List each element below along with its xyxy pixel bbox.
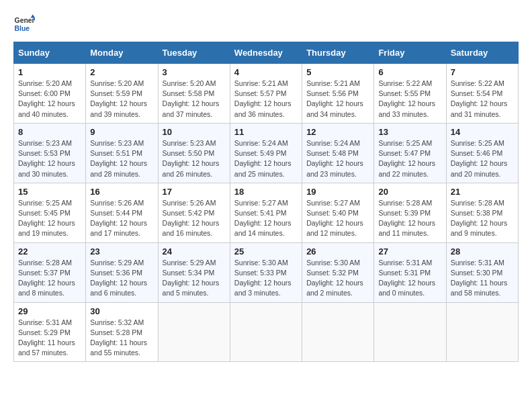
day-cell-26: 26Sunrise: 5:30 AM Sunset: 5:32 PM Dayli… [302, 242, 374, 302]
day-number: 28 [451, 246, 514, 257]
day-cell-13: 13Sunrise: 5:25 AM Sunset: 5:47 PM Dayli… [374, 123, 446, 183]
day-number: 2 [90, 67, 153, 77]
page-header: General Blue [13, 13, 519, 35]
day-number: 8 [18, 127, 81, 137]
day-number: 11 [234, 127, 298, 137]
day-cell-25: 25Sunrise: 5:30 AM Sunset: 5:33 PM Dayli… [230, 242, 302, 302]
day-cell-7: 7Sunrise: 5:22 AM Sunset: 5:54 PM Daylig… [446, 64, 518, 124]
day-cell-14: 14Sunrise: 5:25 AM Sunset: 5:46 PM Dayli… [446, 123, 518, 183]
day-number: 12 [306, 127, 369, 137]
svg-text:General: General [15, 17, 35, 24]
day-number: 13 [378, 127, 441, 137]
empty-cell [302, 302, 374, 362]
empty-cell [374, 302, 446, 362]
day-number: 1 [18, 67, 81, 77]
calendar-row: 29Sunrise: 5:31 AM Sunset: 5:29 PM Dayli… [14, 302, 519, 362]
day-info: Sunrise: 5:20 AM Sunset: 5:59 PM Dayligh… [90, 79, 153, 120]
column-header-sunday: Sunday [14, 42, 86, 64]
empty-cell [158, 302, 230, 362]
day-info: Sunrise: 5:29 AM Sunset: 5:34 PM Dayligh… [163, 258, 226, 299]
day-info: Sunrise: 5:24 AM Sunset: 5:48 PM Dayligh… [306, 138, 369, 179]
day-cell-2: 2Sunrise: 5:20 AM Sunset: 5:59 PM Daylig… [86, 64, 158, 124]
day-info: Sunrise: 5:28 AM Sunset: 5:37 PM Dayligh… [18, 258, 81, 299]
day-cell-15: 15Sunrise: 5:25 AM Sunset: 5:45 PM Dayli… [14, 183, 86, 242]
calendar-row: 8Sunrise: 5:23 AM Sunset: 5:53 PM Daylig… [14, 123, 519, 183]
day-number: 10 [163, 127, 226, 137]
day-cell-29: 29Sunrise: 5:31 AM Sunset: 5:29 PM Dayli… [14, 302, 86, 362]
day-info: Sunrise: 5:31 AM Sunset: 5:30 PM Dayligh… [451, 258, 514, 299]
day-cell-5: 5Sunrise: 5:21 AM Sunset: 5:56 PM Daylig… [302, 64, 374, 124]
day-number: 23 [90, 246, 153, 257]
day-info: Sunrise: 5:22 AM Sunset: 5:54 PM Dayligh… [451, 79, 514, 120]
day-number: 9 [90, 127, 153, 137]
day-info: Sunrise: 5:26 AM Sunset: 5:44 PM Dayligh… [90, 198, 153, 239]
day-info: Sunrise: 5:31 AM Sunset: 5:31 PM Dayligh… [378, 258, 441, 299]
day-info: Sunrise: 5:27 AM Sunset: 5:41 PM Dayligh… [234, 198, 298, 239]
day-info: Sunrise: 5:25 AM Sunset: 5:45 PM Dayligh… [18, 198, 81, 239]
day-info: Sunrise: 5:21 AM Sunset: 5:56 PM Dayligh… [306, 79, 369, 120]
day-info: Sunrise: 5:30 AM Sunset: 5:32 PM Dayligh… [306, 258, 369, 299]
day-cell-16: 16Sunrise: 5:26 AM Sunset: 5:44 PM Dayli… [86, 183, 158, 242]
column-header-thursday: Thursday [302, 42, 374, 64]
day-info: Sunrise: 5:20 AM Sunset: 5:58 PM Dayligh… [163, 79, 226, 120]
day-cell-3: 3Sunrise: 5:20 AM Sunset: 5:58 PM Daylig… [158, 64, 230, 124]
day-cell-18: 18Sunrise: 5:27 AM Sunset: 5:41 PM Dayli… [230, 183, 302, 242]
day-number: 27 [378, 246, 441, 257]
day-cell-8: 8Sunrise: 5:23 AM Sunset: 5:53 PM Daylig… [14, 123, 86, 183]
day-cell-12: 12Sunrise: 5:24 AM Sunset: 5:48 PM Dayli… [302, 123, 374, 183]
day-number: 3 [163, 67, 226, 77]
day-cell-20: 20Sunrise: 5:28 AM Sunset: 5:39 PM Dayli… [374, 183, 446, 242]
day-cell-27: 27Sunrise: 5:31 AM Sunset: 5:31 PM Dayli… [374, 242, 446, 302]
day-info: Sunrise: 5:32 AM Sunset: 5:28 PM Dayligh… [90, 318, 153, 359]
day-info: Sunrise: 5:22 AM Sunset: 5:55 PM Dayligh… [378, 79, 441, 120]
day-cell-11: 11Sunrise: 5:24 AM Sunset: 5:49 PM Dayli… [230, 123, 302, 183]
day-cell-1: 1Sunrise: 5:20 AM Sunset: 6:00 PM Daylig… [14, 64, 86, 124]
day-info: Sunrise: 5:24 AM Sunset: 5:49 PM Dayligh… [234, 138, 298, 179]
calendar-row: 22Sunrise: 5:28 AM Sunset: 5:37 PM Dayli… [14, 242, 519, 302]
day-cell-10: 10Sunrise: 5:23 AM Sunset: 5:50 PM Dayli… [158, 123, 230, 183]
day-cell-23: 23Sunrise: 5:29 AM Sunset: 5:36 PM Dayli… [86, 242, 158, 302]
calendar-row: 15Sunrise: 5:25 AM Sunset: 5:45 PM Dayli… [14, 183, 519, 242]
day-cell-17: 17Sunrise: 5:26 AM Sunset: 5:42 PM Dayli… [158, 183, 230, 242]
day-number: 7 [451, 67, 514, 77]
day-number: 26 [306, 246, 369, 257]
column-header-saturday: Saturday [446, 42, 518, 64]
day-cell-19: 19Sunrise: 5:27 AM Sunset: 5:40 PM Dayli… [302, 183, 374, 242]
svg-marker-2 [31, 15, 35, 18]
column-header-tuesday: Tuesday [158, 42, 230, 64]
day-info: Sunrise: 5:25 AM Sunset: 5:47 PM Dayligh… [378, 138, 441, 179]
day-number: 21 [451, 187, 514, 197]
day-number: 19 [306, 187, 369, 197]
day-cell-21: 21Sunrise: 5:28 AM Sunset: 5:38 PM Dayli… [446, 183, 518, 242]
day-number: 20 [378, 187, 441, 197]
day-info: Sunrise: 5:28 AM Sunset: 5:38 PM Dayligh… [451, 198, 514, 239]
day-info: Sunrise: 5:20 AM Sunset: 6:00 PM Dayligh… [18, 79, 81, 120]
column-header-friday: Friday [374, 42, 446, 64]
calendar-table: SundayMondayTuesdayWednesdayThursdayFrid… [13, 42, 519, 362]
empty-cell [230, 302, 302, 362]
day-number: 17 [163, 187, 226, 197]
day-info: Sunrise: 5:28 AM Sunset: 5:39 PM Dayligh… [378, 198, 441, 239]
day-info: Sunrise: 5:29 AM Sunset: 5:36 PM Dayligh… [90, 258, 153, 299]
day-number: 29 [18, 306, 81, 316]
day-cell-28: 28Sunrise: 5:31 AM Sunset: 5:30 PM Dayli… [446, 242, 518, 302]
calendar-row: 1Sunrise: 5:20 AM Sunset: 6:00 PM Daylig… [14, 64, 519, 124]
day-cell-9: 9Sunrise: 5:23 AM Sunset: 5:51 PM Daylig… [86, 123, 158, 183]
day-info: Sunrise: 5:26 AM Sunset: 5:42 PM Dayligh… [163, 198, 226, 239]
day-number: 16 [90, 187, 153, 197]
day-number: 25 [234, 246, 298, 257]
day-info: Sunrise: 5:27 AM Sunset: 5:40 PM Dayligh… [306, 198, 369, 239]
day-info: Sunrise: 5:23 AM Sunset: 5:51 PM Dayligh… [90, 138, 153, 179]
day-info: Sunrise: 5:31 AM Sunset: 5:29 PM Dayligh… [18, 318, 81, 359]
empty-cell [446, 302, 518, 362]
day-number: 4 [234, 67, 298, 77]
day-number: 18 [234, 187, 298, 197]
day-info: Sunrise: 5:23 AM Sunset: 5:53 PM Dayligh… [18, 138, 81, 179]
logo-icon: General Blue [13, 13, 35, 35]
day-cell-6: 6Sunrise: 5:22 AM Sunset: 5:55 PM Daylig… [374, 64, 446, 124]
column-header-monday: Monday [86, 42, 158, 64]
day-number: 5 [306, 67, 369, 77]
day-info: Sunrise: 5:30 AM Sunset: 5:33 PM Dayligh… [234, 258, 298, 299]
day-cell-22: 22Sunrise: 5:28 AM Sunset: 5:37 PM Dayli… [14, 242, 86, 302]
day-number: 14 [451, 127, 514, 137]
